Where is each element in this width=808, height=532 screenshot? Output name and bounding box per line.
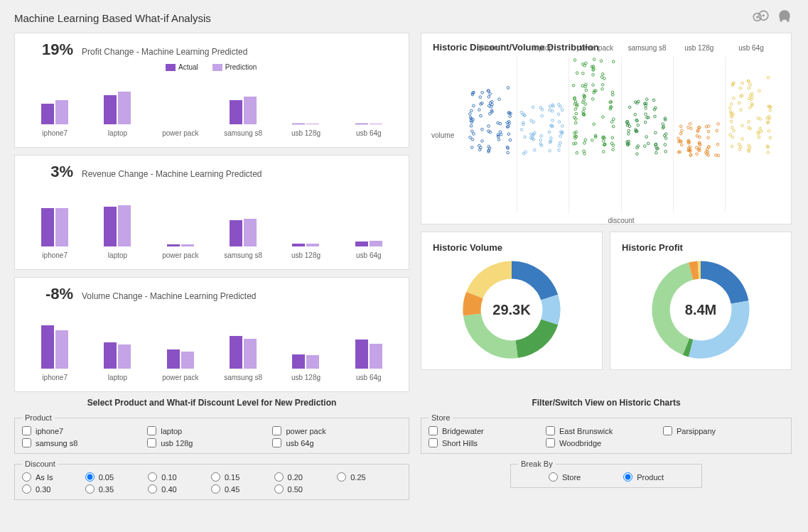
scatter-point[interactable] bbox=[498, 98, 501, 101]
scatter-point[interactable] bbox=[541, 114, 544, 117]
scatter-point[interactable] bbox=[739, 87, 742, 90]
scatter-point[interactable] bbox=[575, 100, 578, 103]
scatter-point[interactable] bbox=[706, 148, 709, 151]
discount-radio-0-45[interactable]: 0.45 bbox=[211, 484, 274, 494]
scatter-point[interactable] bbox=[748, 107, 751, 109]
scatter-point[interactable] bbox=[613, 125, 615, 128]
scatter-point[interactable] bbox=[534, 148, 537, 151]
scatter-point[interactable] bbox=[593, 123, 596, 126]
scatter-point[interactable] bbox=[769, 136, 772, 139]
scatter-point[interactable] bbox=[574, 59, 577, 62]
scatter-point[interactable] bbox=[549, 105, 551, 108]
donut-segment[interactable] bbox=[472, 295, 475, 315]
scatter-point[interactable] bbox=[769, 109, 772, 112]
scatter-point[interactable] bbox=[551, 119, 554, 122]
bar-actual[interactable] bbox=[355, 241, 368, 246]
scatter-point[interactable] bbox=[707, 130, 710, 133]
donut-segment[interactable] bbox=[472, 315, 517, 349]
bar-actual[interactable] bbox=[292, 244, 305, 246]
scatter-point[interactable] bbox=[707, 136, 710, 139]
scatter-point[interactable] bbox=[520, 129, 523, 131]
scatter-point[interactable] bbox=[585, 89, 588, 92]
discount-radio-0-50[interactable]: 0.50 bbox=[274, 484, 338, 494]
bar-prediction[interactable] bbox=[370, 241, 382, 246]
scatter-point[interactable] bbox=[471, 139, 474, 141]
scatter-point[interactable] bbox=[731, 145, 733, 148]
donut-segment[interactable] bbox=[549, 298, 551, 322]
donut-segment[interactable] bbox=[701, 270, 740, 303]
scatter-point[interactable] bbox=[480, 114, 483, 117]
scatter-point[interactable] bbox=[643, 145, 646, 148]
scatter-point[interactable] bbox=[716, 143, 719, 146]
bar-prediction[interactable] bbox=[181, 244, 194, 246]
scatter-point[interactable] bbox=[469, 136, 472, 139]
scatter-point[interactable] bbox=[716, 123, 719, 126]
discount-radio-0-20[interactable]: 0.20 bbox=[274, 472, 338, 482]
bar-prediction[interactable] bbox=[244, 97, 257, 124]
bar-prediction[interactable] bbox=[370, 344, 382, 369]
scatter-point[interactable] bbox=[473, 133, 475, 136]
scatter-point[interactable] bbox=[758, 89, 761, 92]
scatter-point[interactable] bbox=[613, 118, 615, 121]
scatter-point[interactable] bbox=[635, 119, 637, 121]
scatter-point[interactable] bbox=[497, 139, 500, 141]
bar-prediction[interactable] bbox=[181, 352, 194, 369]
scatter-point[interactable] bbox=[573, 85, 576, 87]
scatter-point[interactable] bbox=[689, 123, 691, 126]
scatter-point[interactable] bbox=[698, 136, 701, 139]
scatter-point[interactable] bbox=[716, 129, 718, 132]
scatter-point[interactable] bbox=[481, 92, 484, 94]
scatter-point[interactable] bbox=[654, 131, 657, 134]
scatter-point[interactable] bbox=[679, 132, 682, 135]
scatter-point[interactable] bbox=[575, 112, 578, 115]
scatter-point[interactable] bbox=[509, 139, 512, 141]
store-checkbox-Woodbridge[interactable]: Woodbridge bbox=[546, 438, 663, 447]
discount-radio-0-30[interactable]: 0.30 bbox=[22, 484, 85, 494]
scatter-point[interactable] bbox=[582, 72, 585, 75]
scatter-point[interactable] bbox=[581, 85, 584, 87]
bar-actual[interactable] bbox=[230, 220, 242, 246]
scatter-point[interactable] bbox=[524, 136, 527, 139]
discount-radio-0-40[interactable]: 0.40 bbox=[148, 484, 211, 494]
scatter-point[interactable] bbox=[488, 96, 490, 99]
scatter-point[interactable] bbox=[635, 153, 638, 156]
scatter-point[interactable] bbox=[686, 126, 689, 129]
scatter-point[interactable] bbox=[613, 144, 615, 147]
scatter-point[interactable] bbox=[558, 145, 561, 148]
scatter-point[interactable] bbox=[550, 136, 553, 139]
scatter-point[interactable] bbox=[468, 113, 471, 116]
scatter-point[interactable] bbox=[767, 151, 770, 154]
scatter-point[interactable] bbox=[767, 76, 770, 79]
scatter-point[interactable] bbox=[593, 92, 596, 94]
discount-radio-AsIs[interactable]: As Is bbox=[22, 472, 85, 482]
scatter-point[interactable] bbox=[696, 153, 699, 156]
scatter-point[interactable] bbox=[558, 121, 561, 124]
scatter-point[interactable] bbox=[583, 150, 586, 153]
scatter-point[interactable] bbox=[479, 96, 482, 99]
discount-radio-0-35[interactable]: 0.35 bbox=[85, 484, 149, 494]
bar-prediction[interactable] bbox=[118, 92, 131, 124]
scatter-point[interactable] bbox=[593, 58, 596, 61]
scatter-point[interactable] bbox=[664, 137, 667, 140]
scatter-point[interactable] bbox=[522, 121, 525, 124]
scatter-point[interactable] bbox=[507, 87, 510, 89]
scatter-point[interactable] bbox=[633, 114, 636, 116]
bar-prediction[interactable] bbox=[306, 355, 319, 369]
scatter-point[interactable] bbox=[748, 87, 750, 89]
scatter-point[interactable] bbox=[611, 91, 614, 94]
scatter-point[interactable] bbox=[551, 109, 554, 112]
scatter-point[interactable] bbox=[591, 139, 594, 142]
bar-actual[interactable] bbox=[41, 208, 54, 246]
bar-actual[interactable] bbox=[167, 349, 180, 369]
scatter-point[interactable] bbox=[655, 151, 657, 154]
scatter-point[interactable] bbox=[470, 146, 473, 149]
scatter-point[interactable] bbox=[664, 133, 667, 136]
scatter-point[interactable] bbox=[582, 63, 585, 65]
scatter-point[interactable] bbox=[760, 130, 763, 133]
bar-actual[interactable] bbox=[41, 325, 54, 369]
scatter-point[interactable] bbox=[728, 107, 731, 109]
scatter-point[interactable] bbox=[677, 137, 679, 140]
discount-radio-0-05[interactable]: 0.05 bbox=[85, 472, 149, 482]
product-checkbox-power-pack[interactable]: power pack bbox=[272, 426, 397, 435]
scatter-point[interactable] bbox=[758, 136, 760, 139]
